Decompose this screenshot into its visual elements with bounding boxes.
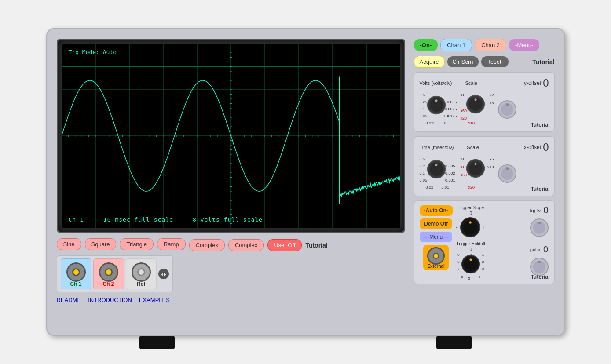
volts-scale-title: Scale (465, 80, 477, 86)
screen-ch-info: Ch 1 10 msec full scale 8 volts full sca… (69, 216, 263, 223)
n-button[interactable]: -n- (158, 269, 169, 279)
volts-section: Volts (volts/div) Scale y-offset 0 0.5 0… (414, 72, 555, 132)
holdoff-knob[interactable] (461, 255, 480, 274)
scale-knob-volts[interactable] (466, 95, 485, 114)
volts-tutorial[interactable]: Tutorial (531, 122, 549, 128)
x-offset-knob-group (498, 164, 517, 183)
waveform-canvas (62, 44, 400, 228)
holdoff-knob-area: 9 8 7 6 5 4 3 2 1 0 (457, 253, 484, 279)
ref-connector[interactable]: Ref (126, 258, 157, 289)
time-div-knob[interactable] (427, 160, 446, 179)
introduction-link[interactable]: INTRODUCTION (88, 297, 132, 303)
volts-div-knob[interactable] (427, 95, 446, 115)
scale-knob-time[interactable] (466, 159, 485, 178)
trigger-section: -Auto On- Demo Off ---Menu--- External T… (414, 200, 555, 284)
ch2-connector[interactable]: Ch 2 (93, 258, 124, 289)
bottom-links: README INTRODUCTION EXAMPLES (57, 297, 405, 303)
header-tutorial-label: Tutorial (532, 58, 554, 66)
oscilloscope-screen: Trg Mode: Auto Ch 1 10 msec full scale 8… (62, 44, 400, 228)
complex2-button[interactable]: Complex (228, 239, 264, 251)
demo-off-button[interactable]: Demo Off (420, 218, 452, 229)
examples-link[interactable]: EXAMPLES (139, 297, 170, 303)
volts-div-knob-area: 0.5 0.25 0.1 0.05 0.025 .01 0.00125 0.00… (420, 92, 457, 127)
trg-lvl-knob[interactable] (530, 218, 549, 237)
svg-point-29 (538, 261, 541, 263)
holdoff-label: Trigger Holdoff (457, 241, 486, 246)
time-tutorial[interactable]: Tutorial (531, 186, 549, 192)
connectors-area: Ch 1 Ch 2 Ref -n- (57, 255, 405, 292)
ch-label: Ch 1 (69, 216, 84, 223)
user-off-button[interactable]: User Off (267, 239, 302, 251)
svg-point-8 (506, 103, 509, 106)
svg-point-14 (474, 163, 476, 165)
top-buttons-row: -On- Chan 1 Chan 2 -Menu- (414, 39, 555, 51)
trg-lvl-row: trg-lvl 0 (530, 205, 548, 215)
menu-button[interactable]: -Menu- (509, 39, 539, 51)
time-scale-knob-area: x1 x100 x50 x20 x5 x10 (460, 156, 495, 191)
left-panel: Trg Mode: Auto Ch 1 10 msec full scale 8… (57, 39, 405, 325)
pulse-value: 0 (543, 244, 548, 255)
ch1-bnc-circle (66, 262, 86, 282)
ramp-button[interactable]: Ramp (157, 238, 186, 250)
external-bnc-circle (427, 247, 445, 265)
connectors-row: Ch 1 Ch 2 Ref -n- (57, 255, 173, 292)
trigger-tutorial[interactable]: Tutorial (531, 274, 549, 280)
chan2-button[interactable]: Chan 2 (475, 39, 506, 51)
time-scale: 10 msec full scale (103, 216, 173, 223)
screen-container: Trg Mode: Auto Ch 1 10 msec full scale 8… (57, 39, 405, 233)
x-offset-value: 0 (543, 141, 549, 153)
slope-knob[interactable] (460, 217, 481, 238)
clr-scrn-button[interactable]: Clr Scrn (447, 56, 479, 67)
reset-button[interactable]: Reset- (481, 56, 509, 67)
pulse-label: pulse (530, 247, 541, 252)
time-scale-title: Scale (467, 145, 479, 150)
external-bnc-inner (433, 253, 439, 259)
ch1-connector[interactable]: Ch 1 (61, 258, 91, 289)
svg-point-2 (435, 99, 437, 102)
auto-on-button[interactable]: -Auto On- (420, 205, 453, 216)
svg-point-26 (538, 222, 541, 224)
ref-bnc-inner (137, 268, 145, 276)
acquire-button[interactable]: Acquire (414, 56, 445, 68)
trigger-right: trg-lvl 0 pulse 0 (530, 205, 549, 277)
ref-bnc-circle (132, 262, 151, 282)
complex1-button[interactable]: Complex (189, 239, 225, 251)
waveform-buttons-row: Sine Square Triangle Ramp Complex Comple… (57, 237, 405, 251)
pulse-row: pulse 0 (530, 244, 548, 255)
time-title: Time (msec/div) (420, 145, 454, 150)
y-offset-value: 0 (543, 77, 549, 89)
svg-point-5 (474, 98, 476, 101)
trg-lvl-label: trg-lvl (530, 208, 541, 213)
y-offset-knob[interactable] (498, 100, 517, 119)
right-panel: -On- Chan 1 Chan 2 -Menu- Acquire Clr Sc… (414, 39, 555, 325)
x-offset-label: x-offset (524, 144, 541, 150)
y-offset-label: y-offset (524, 80, 541, 86)
time-section: Time (msec/div) Scale x-offset 0 0.5 0.2… (414, 136, 555, 196)
waveform-tutorial-button[interactable]: Tutorial (305, 239, 327, 251)
ref-label: Ref (137, 281, 145, 287)
readme-link[interactable]: README (57, 297, 81, 303)
ch2-bnc-inner (105, 268, 113, 276)
slope-value: 0 (470, 211, 472, 216)
scale-knob-area: x1 x50 x20 x10 x2 x5 (460, 92, 495, 127)
volt-scale: 8 volts full scale (193, 216, 263, 223)
slope-minus: - (456, 224, 458, 230)
time-knobs-row: 0.5 0.2 0.1 0.05 0.02 0.01 0.001 0.002 0… (420, 156, 549, 191)
trigger-menu-button[interactable]: ---Menu--- (420, 232, 452, 242)
square-button[interactable]: Square (85, 238, 117, 250)
external-connector[interactable]: External (423, 245, 449, 270)
ch2-label: Ch 2 (102, 281, 114, 287)
triangle-button[interactable]: Triangle (120, 238, 153, 250)
chan1-button[interactable]: Chan 1 (440, 39, 472, 51)
slope-label: Trigger Slope (457, 205, 484, 210)
trigger-slope-area: Trigger Slope 0 - + Trigger Holdoff 0 (456, 205, 486, 279)
ch1-bnc-inner (72, 268, 80, 276)
x-offset-knob[interactable] (498, 164, 517, 183)
sine-button[interactable]: Sine (57, 238, 81, 250)
volts-knobs-row: 0.5 0.25 0.1 0.05 0.025 .01 0.00125 0.00… (420, 92, 549, 127)
svg-point-11 (435, 164, 437, 166)
time-div-knob-area: 0.5 0.2 0.1 0.05 0.02 0.01 0.001 0.002 0… (420, 156, 457, 191)
trigger-left: -Auto On- Demo Off ---Menu--- External (420, 205, 453, 270)
on-button[interactable]: -On- (414, 39, 438, 51)
trigger-content: -Auto On- Demo Off ---Menu--- External T… (420, 205, 549, 279)
